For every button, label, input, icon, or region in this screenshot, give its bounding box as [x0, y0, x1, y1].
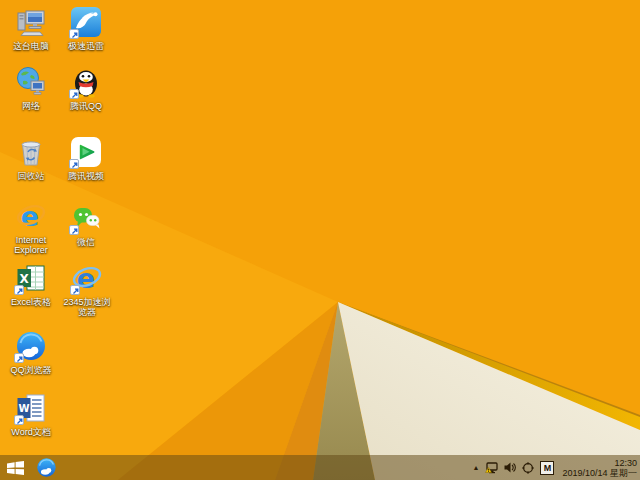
desktop-icon-tencent-video[interactable]: 腾讯视频 — [60, 136, 112, 181]
clock-date: 2019/10/14 星期一 — [562, 468, 637, 478]
2345-browser-icon: e — [71, 262, 103, 294]
icon-label: QQ浏览器 — [5, 365, 57, 375]
shortcut-arrow-icon — [69, 225, 79, 235]
tencent-video-icon — [70, 136, 102, 168]
desktop-icon-excel[interactable]: X Excel表格 — [5, 262, 57, 307]
shortcut-arrow-icon — [14, 285, 24, 295]
taskbar-pinned-qq-browser[interactable] — [36, 457, 57, 478]
shortcut-arrow-icon — [69, 29, 79, 39]
xunlei-icon — [70, 6, 102, 38]
taskbar: ▲ — [0, 455, 640, 480]
desktop-icon-qq-browser[interactable]: QQ浏览器 — [5, 330, 57, 375]
desktop-icon-internet-explorer[interactable]: e Internet Explorer — [5, 200, 57, 255]
windows-logo-icon — [7, 461, 25, 475]
word-icon: W — [15, 392, 47, 424]
desktop-icon-wechat[interactable]: 微信 — [60, 202, 112, 247]
recycle-bin-icon — [15, 136, 47, 168]
icon-label: 网络 — [5, 101, 57, 111]
icon-label: Excel表格 — [5, 297, 57, 307]
ime-indicator[interactable]: M — [540, 461, 554, 475]
shortcut-arrow-icon — [14, 415, 24, 425]
excel-icon: X — [15, 262, 47, 294]
shortcut-arrow-icon — [70, 285, 80, 295]
qq-penguin-icon — [70, 66, 102, 98]
qq-browser-icon — [36, 457, 57, 478]
desktop-screen: 这台电脑 极速迅雷 — [0, 0, 640, 480]
icon-label: 这台电脑 — [5, 41, 57, 51]
internet-explorer-icon: e — [15, 200, 47, 232]
desktop-icon-2345-browser[interactable]: e 2345加速浏 览器 — [58, 262, 116, 317]
desktop-icon-network[interactable]: 网络 — [5, 66, 57, 111]
clock-time: 12:30 — [562, 458, 637, 468]
svg-text:W: W — [18, 403, 29, 414]
icon-label: Word文档 — [5, 427, 57, 437]
desktop-icon-this-pc[interactable]: 这台电脑 — [5, 6, 57, 51]
network-icon — [15, 66, 47, 98]
qq-browser-icon — [15, 330, 47, 362]
shortcut-arrow-icon — [69, 159, 79, 169]
icon-label: 回收站 — [5, 171, 57, 181]
start-button[interactable] — [7, 461, 25, 475]
icon-label: 极速迅雷 — [60, 41, 112, 51]
shortcut-arrow-icon — [69, 89, 79, 99]
icon-label: 腾讯视频 — [60, 171, 112, 181]
desktop-icon-xunlei[interactable]: 极速迅雷 — [60, 6, 112, 51]
icon-label: 2345加速浏 览器 — [58, 297, 116, 317]
system-tray: ▲ — [473, 455, 637, 480]
this-pc-icon — [15, 6, 47, 38]
desktop-icon-tencent-qq[interactable]: 腾讯QQ — [60, 66, 112, 111]
network-warning-icon[interactable] — [485, 462, 498, 474]
hidden-icons-chevron-icon[interactable]: ▲ — [473, 464, 480, 471]
wechat-icon — [70, 202, 102, 234]
icon-label: 微信 — [60, 237, 112, 247]
icon-label: 腾讯QQ — [60, 101, 112, 111]
shortcut-arrow-icon — [14, 353, 24, 363]
desktop-icon-word[interactable]: W Word文档 — [5, 392, 57, 437]
desktop-icon-recycle-bin[interactable]: 回收站 — [5, 136, 57, 181]
svg-text:X: X — [20, 272, 30, 286]
tray-clock[interactable]: 12:30 2019/10/14 星期一 — [560, 458, 637, 478]
safety-icon[interactable] — [522, 462, 534, 474]
volume-icon[interactable] — [504, 462, 516, 473]
icon-label: Internet Explorer — [5, 235, 57, 255]
